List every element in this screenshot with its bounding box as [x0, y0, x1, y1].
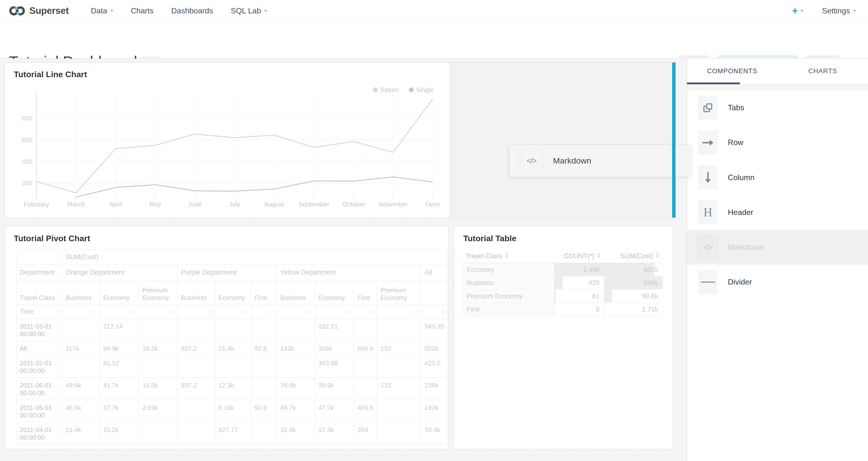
pivot-class-col: Premium Economy	[139, 280, 177, 305]
table-cell-sum: 696k	[604, 276, 662, 290]
sidebar-item-label: Column	[728, 173, 754, 182]
pivot-cell	[277, 356, 315, 377]
pivot-class-col: Premium Economy	[377, 280, 421, 305]
pivot-cell	[251, 356, 277, 377]
tab-components[interactable]: COMPONENTS	[687, 59, 777, 84]
pivot-cell: 21.4k	[215, 341, 251, 356]
table-column-header[interactable]: SUM(Cost)	[604, 250, 662, 263]
sort-icon: ↓↑	[56, 309, 58, 314]
table-column-header[interactable]: Travel Class	[462, 250, 554, 263]
pivot-chart-panel[interactable]: Tutorial Pivot Chart SUM(Cost)Department…	[4, 226, 448, 450]
table-header-row: Travel ClassCOUNT(*)SUM(Cost)	[462, 250, 662, 263]
pivot-cell: 217.14	[99, 318, 139, 341]
pivot-cell: 204	[354, 422, 377, 444]
pivot-header-department-row: DepartmentOrange DepartmentPurple Depart…	[16, 264, 448, 280]
pivot-cell: 15.2k	[99, 422, 139, 444]
table-cell-count: 420	[554, 276, 604, 290]
tab-charts[interactable]: CHARTS	[777, 59, 868, 84]
pivot-cell	[354, 318, 377, 341]
sort-carets-icon	[597, 252, 600, 258]
table-row[interactable]: Business420696k	[462, 276, 662, 290]
table-title: Tutorial Table	[463, 234, 517, 243]
line-chart: 200400600800FebruaryMarchAprilMayJuneJul…	[5, 88, 444, 219]
pivot-cell: 37.7k	[99, 400, 139, 422]
pivot-sort-header[interactable]: ↓↑	[139, 305, 177, 318]
nav-item-dashboards[interactable]: Dashboards	[163, 0, 221, 22]
pivot-sort-header[interactable]: ↓↑	[99, 305, 139, 318]
pivot-row: 2011-06-01 00:00:0049.9k41.7k16.5k937.21…	[16, 378, 448, 400]
table-cell-travel-class: Business	[462, 276, 554, 290]
pivot-time-header[interactable]: Time↓↑	[16, 305, 62, 318]
x-axis-label: November	[378, 201, 408, 208]
sidebar-item-markdown[interactable]: </>Markdown	[687, 230, 868, 265]
pivot-sort-header[interactable]: ↓↑	[421, 305, 447, 318]
pivot-table: SUM(Cost)DepartmentOrange DepartmentPurp…	[16, 250, 448, 445]
pivot-cell	[62, 318, 99, 341]
new-item-button[interactable]: + ▾	[792, 6, 803, 16]
superset-logo[interactable]: Superset	[9, 5, 69, 16]
y-axis-tick: 800	[22, 115, 32, 122]
sort-icon: ↓↑	[441, 309, 444, 314]
pivot-cell: 927.77	[215, 422, 251, 444]
pivot-sort-header[interactable]: ↓↑	[315, 305, 354, 318]
pivot-cell: 465.6	[354, 400, 377, 422]
pivot-cell	[277, 318, 315, 341]
sidebar-item-label: Divider	[728, 277, 752, 286]
pivot-cell: 106k	[315, 341, 354, 356]
sidebar-component-list: TabsRowColumnHHeader</>MarkdownDivider	[687, 90, 868, 300]
nav-item-label: SQL Lab	[231, 6, 261, 16]
pivot-cell: 937.2	[177, 341, 215, 356]
pivot-cell: 669.6	[354, 341, 377, 356]
plus-icon: +	[792, 6, 798, 16]
pivot-metric-header: SUM(Cost)	[62, 250, 448, 264]
sort-icon: ↓↑	[93, 309, 96, 314]
pivot-cell: 41.7k	[99, 378, 139, 400]
pivot-department-group: All	[421, 264, 447, 280]
pivot-sort-header[interactable]: ↓↑	[251, 305, 277, 318]
drop-indicator	[672, 63, 676, 218]
nav-item-charts[interactable]: Charts	[123, 0, 161, 22]
pivot-header-metric-row: SUM(Cost)	[16, 250, 448, 264]
sidebar-item-label: Row	[728, 138, 743, 147]
pivot-sort-header[interactable]: ↓↑	[377, 305, 421, 318]
pivot-sort-header[interactable]: ↓↑	[177, 305, 215, 318]
pivot-time-label: Time	[20, 308, 34, 315]
pivot-sort-header[interactable]: ↓↑	[62, 305, 99, 318]
settings-menu[interactable]: Settings ▾	[822, 6, 856, 16]
table-row[interactable]: First91.71k	[462, 303, 662, 316]
sidebar-item-tabs[interactable]: Tabs	[687, 90, 868, 125]
sort-icon: ↓↑	[132, 309, 135, 314]
pivot-cell	[177, 318, 215, 341]
markdown-icon: </>	[698, 235, 718, 259]
sidebar-item-header[interactable]: HHeader	[687, 195, 868, 230]
pivot-cell: 81.52	[99, 356, 139, 377]
line-chart-panel[interactable]: Tutorial Line Chart ReturnSingle 2004006…	[5, 63, 449, 218]
pivot-sort-header[interactable]: ↓↑	[354, 305, 377, 318]
table-column-header[interactable]: COUNT(*)	[554, 250, 604, 263]
table-row[interactable]: Premium Economy6199.8k	[462, 289, 662, 303]
nav-item-sql-lab[interactable]: SQL Lab▾	[223, 0, 275, 22]
x-axis-label: Dece	[425, 201, 440, 208]
pivot-sort-header[interactable]: ↓↑	[277, 305, 315, 318]
nav-item-label: Dashboards	[171, 6, 213, 16]
sidebar-item-row[interactable]: Row	[687, 125, 868, 160]
divider-icon	[698, 270, 718, 294]
pivot-cell	[377, 356, 421, 377]
pivot-sort-header[interactable]: ↓↑	[215, 305, 251, 318]
pivot-cell: 549.35	[421, 318, 447, 341]
table-panel[interactable]: Tutorial Table Travel ClassCOUNT(*)SUM(C…	[454, 226, 673, 450]
x-axis-label: October	[342, 201, 365, 208]
pivot-cell	[215, 356, 251, 377]
pivot-cell: 92.6	[251, 341, 277, 356]
nav-item-data[interactable]: Data▾	[83, 0, 121, 22]
pivot-cell: 94.9k	[99, 341, 139, 356]
x-axis-label: March	[67, 201, 85, 208]
sidebar-item-label: Tabs	[728, 103, 744, 112]
header-icon: H	[698, 200, 718, 224]
sort-icon: ↓↑	[245, 309, 247, 314]
sidebar-item-column[interactable]: Column	[687, 160, 868, 195]
table-row[interactable]: Economy2.46k602k	[462, 263, 662, 276]
sidebar-item-divider[interactable]: Divider	[687, 265, 868, 299]
pivot-cell	[354, 356, 377, 377]
markdown-drag-preview[interactable]: </> Markdown	[509, 145, 691, 177]
